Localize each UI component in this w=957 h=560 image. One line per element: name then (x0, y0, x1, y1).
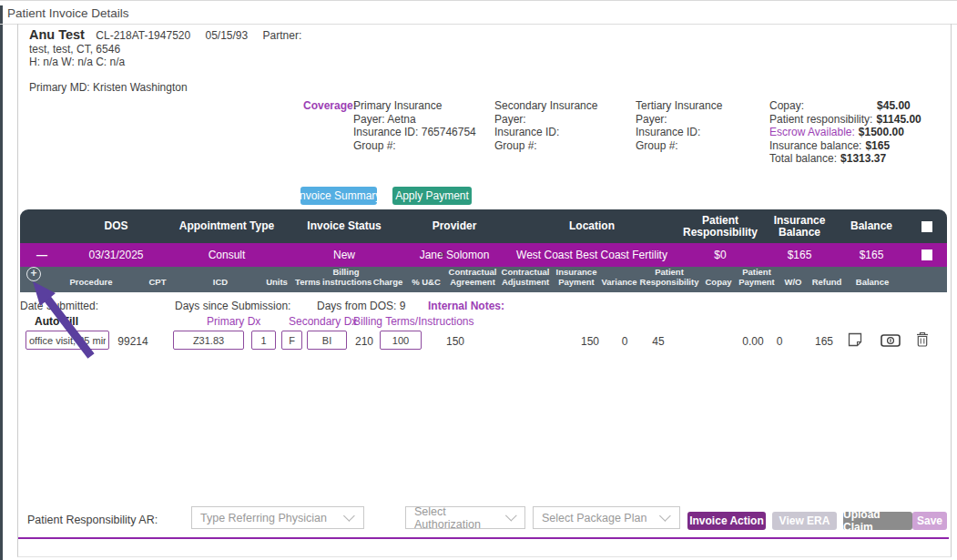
apply-payment-button[interactable]: Apply Payment (392, 187, 472, 205)
primary-md: Primary MD: Kristen Washington (29, 81, 301, 95)
row-patient-responsibility: $0 (678, 249, 762, 261)
total-balance-value: $1313.37 (840, 152, 886, 165)
primary-insurance-column: Primary Insurance Payer: Aetna Insurance… (353, 99, 476, 152)
col-patient-payment: Patient Payment (736, 268, 778, 292)
patient-invoice-details-page: Patient Invoice Details Anu Test CL-218A… (0, 0, 957, 560)
patient-payment-value: 0.00 (742, 335, 763, 348)
collapse-cell[interactable]: — (20, 249, 64, 261)
header-select-all-cell (906, 221, 947, 232)
referring-physician-select[interactable]: Type Referring Physician (191, 506, 364, 529)
page-title: Patient Invoice Details (7, 6, 129, 20)
cash-icon[interactable] (881, 334, 901, 351)
left-edge-strip (0, 5, 3, 560)
wo-value: 0 (777, 335, 783, 348)
total-balance-line: Total balance:$1313.37 (769, 152, 948, 166)
invoice-summary-button[interactable]: Invoice Summary (300, 187, 377, 205)
charge-value: 210 (355, 335, 373, 348)
internal-notes-label: Internal Notes: (428, 300, 504, 312)
units-input[interactable] (251, 331, 276, 350)
invoice-table: DOS Appointment Type Invoice Status Prov… (20, 209, 947, 292)
col-terms: Terms (293, 278, 322, 293)
row-checkbox[interactable] (921, 249, 932, 260)
row-invoice-status: New (285, 249, 403, 261)
terms-input[interactable] (281, 331, 302, 350)
row-select-cell (906, 249, 947, 260)
col-refund: Refund (809, 278, 845, 293)
row-dos: 03/31/2025 (64, 249, 168, 261)
patient-responsibility-line: Patient responsibility:$1145.00 (769, 113, 948, 127)
row-appointment-type: Consult (168, 249, 285, 261)
copay-value: 45 (652, 335, 664, 348)
total-balance-label: Total balance: (769, 152, 837, 165)
icd-input[interactable] (173, 331, 244, 350)
escrow-label: Escrow Available: (769, 126, 855, 138)
authorization-select[interactable]: Select Authorization (405, 506, 525, 529)
secondary-dx-link[interactable]: Secondary Dx (289, 315, 357, 328)
plan-payer: Payer: Aetna (353, 113, 476, 127)
header-balance: Balance (837, 220, 906, 232)
patient-header-line: Anu Test CL-218AT-1947520 05/15/93 Partn… (29, 28, 301, 43)
patient-contact: H: n/a W: n/a C: n/a (29, 56, 301, 69)
plan-insurance-id: Insurance ID: 765746754 (353, 126, 476, 139)
plan-group: Group #: (353, 139, 476, 153)
patient-address: test, test, CT, 6546 (29, 43, 301, 56)
balance-value: 165 (815, 335, 833, 348)
package-plan-select[interactable]: Select Package Plan (533, 506, 680, 529)
partner-label: Partner: (263, 29, 302, 42)
plan-title: Primary Insurance (353, 99, 476, 113)
upload-claim-button[interactable]: Upload Claim (843, 512, 912, 530)
invoice-action-button[interactable]: Invoice Action (687, 512, 766, 530)
minus-icon[interactable]: — (36, 249, 47, 261)
patient-name: Anu Test (29, 27, 85, 42)
tertiary-insurance-column: Tertiary Insurance Payer: Insurance ID: … (636, 99, 722, 152)
pct-uc-input[interactable] (380, 331, 422, 350)
escrow-line: Escrow Available:$1500.00 (769, 126, 948, 139)
chevron-down-icon (659, 510, 671, 522)
col-insurance-payment: Insurance Payment (552, 268, 601, 292)
col-wo: W/O (778, 278, 809, 293)
bottom-accent-rule (18, 537, 949, 539)
insurance-balance-line: Insurance balance:$165 (769, 139, 948, 153)
line-item-column-header: + Procedure CPT ICD Units Terms Billing … (20, 267, 947, 292)
copay-value: $45.00 (877, 99, 911, 112)
col-actions-spacer (900, 287, 947, 292)
plan-insurance-id: Insurance ID: (494, 126, 597, 139)
copay-label: Copay: (769, 99, 804, 112)
col-copay: Copay (701, 278, 736, 293)
plus-circle-icon[interactable]: + (26, 267, 41, 281)
patient-id: CL-218AT-1947520 (96, 29, 190, 42)
invoice-row[interactable]: — 03/31/2025 Consult New Jane Solomon We… (20, 243, 947, 267)
row-location: West Coast Best Coast Fertility (505, 249, 678, 261)
col-contractual-adjustment: Contractual Adjustment (499, 268, 552, 292)
save-button[interactable]: Save (912, 512, 947, 530)
select-all-checkbox[interactable] (921, 221, 932, 232)
add-line-cell[interactable]: + (20, 267, 47, 292)
trash-icon[interactable] (916, 331, 929, 351)
chevron-down-icon (343, 510, 355, 522)
header-insurance-balance: Insurance Balance (762, 215, 837, 239)
auto-fill-button[interactable]: Auto Fill (35, 315, 78, 328)
plan-title: Secondary Insurance (494, 99, 597, 113)
patient-dob: 05/15/93 (206, 29, 249, 42)
header-patient-responsibility: Patient Responsibility (678, 215, 762, 239)
billing-terms-link[interactable]: Billing Terms/Instructions (353, 315, 474, 328)
note-icon[interactable] (848, 332, 862, 351)
billing-instructions-input[interactable] (307, 331, 347, 350)
referring-physician-placeholder: Type Referring Physician (200, 512, 327, 524)
days-since-submission-label: Days since Submission: (175, 300, 290, 312)
plan-payer: Payer: (636, 113, 722, 127)
procedure-input[interactable] (25, 331, 109, 350)
row-balance: $165 (837, 249, 906, 261)
copay-line: Copay:$45.00 (769, 99, 948, 113)
patient-responsibility-value: 0 (622, 335, 628, 348)
days-from-dos-label: Days from DOS: 9 (317, 300, 405, 312)
package-plan-placeholder: Select Package Plan (542, 512, 646, 524)
cpt-value: 99214 (117, 335, 148, 348)
contractual-agreement-value: 150 (446, 335, 464, 348)
header-location: Location (505, 220, 678, 232)
col-cpt: CPT (135, 278, 180, 293)
coverage-label: Coverage: (303, 99, 357, 112)
view-era-button[interactable]: View ERA (772, 512, 837, 530)
primary-dx-link[interactable]: Primary Dx (207, 315, 260, 328)
date-submitted-label: Date Submitted: (20, 300, 98, 312)
